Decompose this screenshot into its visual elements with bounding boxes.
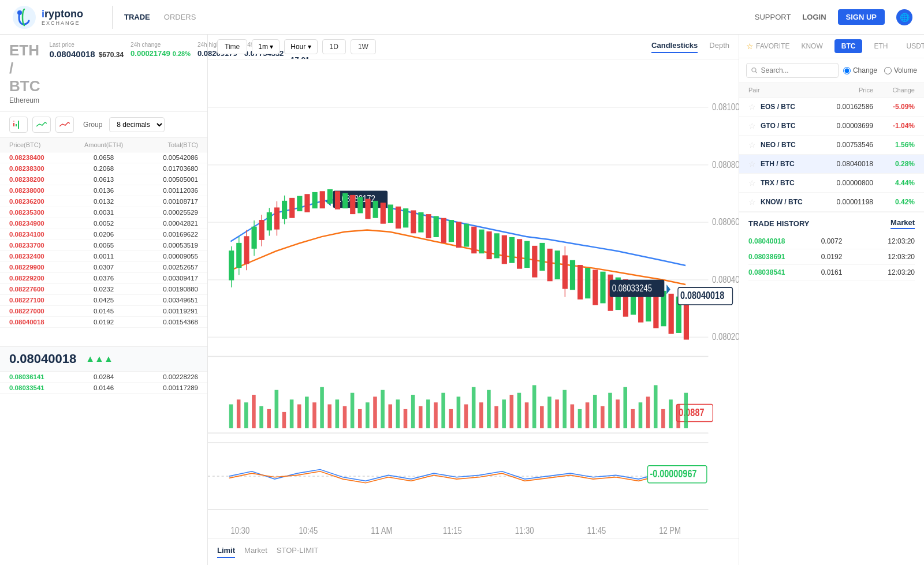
svg-rect-119 — [381, 390, 385, 428]
sell-orderbook: 0.082384000.06580.005420860.082383000.20… — [0, 152, 207, 346]
left-panel: ETH / BTC Ethereum Last price 0.08040018… — [0, 35, 208, 565]
favorite-btn[interactable]: ☆ FAVORITE — [746, 42, 789, 51]
tab-limit[interactable]: Limit — [217, 546, 235, 558]
favorite-star[interactable]: ☆ — [748, 197, 756, 207]
price-label-5: 0.08020000 — [712, 331, 739, 342]
table-row[interactable]: 0.080400180.01920.00154368 — [0, 317, 207, 328]
favorite-star[interactable]: ☆ — [748, 140, 756, 149]
table-row[interactable]: 0.082341000.02060.00169622 — [0, 229, 207, 240]
svg-rect-80 — [593, 270, 598, 305]
tab-market[interactable]: Market — [244, 546, 267, 558]
radio-change[interactable]: Change — [843, 66, 877, 74]
time-btn-time[interactable]: Time — [217, 39, 247, 54]
list-item[interactable]: ☆ TRX / BTC 0.00000800 4.44% — [739, 174, 924, 193]
tab-eth[interactable]: ETH — [867, 39, 895, 53]
trade-history-market-btn[interactable]: Market — [891, 218, 915, 229]
tab-candlesticks[interactable]: Candlesticks — [651, 41, 698, 53]
favorite-star[interactable]: ☆ — [748, 121, 756, 130]
table-row[interactable]: 0.082362000.01320.00108717 — [0, 196, 207, 207]
favorite-star[interactable]: ☆ — [748, 178, 756, 188]
table-row[interactable]: 0.080361410.02840.00228226 — [0, 372, 207, 383]
svg-rect-18 — [244, 237, 249, 263]
radio-volume[interactable]: Volume — [884, 66, 917, 74]
svg-rect-12 — [229, 251, 234, 280]
price-label-3: 0.08060000 — [712, 216, 739, 227]
last-price-usd: $670.34 — [99, 51, 124, 59]
svg-rect-121 — [396, 399, 400, 428]
table-row[interactable]: 0.082324000.00110.00009055 — [0, 251, 207, 262]
tab-usdt[interactable]: USDT — [899, 39, 924, 53]
svg-rect-102 — [252, 395, 256, 428]
svg-rect-74 — [562, 256, 567, 288]
search-row: Change Volume — [739, 58, 924, 83]
svg-rect-147 — [593, 395, 597, 428]
table-row[interactable]: 0.080335410.01460.00117289 — [0, 383, 207, 394]
search-input[interactable] — [761, 66, 833, 74]
nav-orders[interactable]: ORDERS — [164, 10, 196, 24]
table-row[interactable]: 0.082271000.04250.00349651 — [0, 295, 207, 306]
svg-rect-127 — [441, 393, 445, 428]
table-row[interactable]: 0.082353000.00310.00025529 — [0, 207, 207, 218]
favorite-star[interactable]: ☆ — [748, 102, 756, 111]
tab-btc[interactable]: BTC — [834, 39, 863, 53]
svg-rect-111 — [320, 387, 324, 428]
svg-rect-130 — [464, 405, 468, 429]
table-row[interactable]: 0.082384000.06580.00542086 — [0, 152, 207, 163]
svg-rect-77 — [571, 261, 575, 290]
table-row[interactable]: 0.082382000.06130.00505001 — [0, 174, 207, 185]
table-row[interactable]: 0.082276000.02320.00190880 — [0, 284, 207, 295]
list-item[interactable]: ☆ ETH / BTC 0.08040018 0.28% — [739, 155, 924, 174]
time-btn-1w[interactable]: 1W — [351, 39, 376, 54]
chart-bottom-tabs: Limit Market STOP-LIMIT — [208, 538, 739, 565]
svg-rect-35 — [282, 201, 287, 219]
svg-rect-39 — [297, 196, 302, 211]
trade-history-title: TRADE HISTORY — [748, 219, 809, 228]
svg-rect-42 — [320, 192, 325, 208]
logo[interactable]: iryptono EXCHANGE — [12, 5, 83, 30]
time-btn-1m[interactable]: 1m ▾ — [252, 39, 280, 54]
tab-stop-limit[interactable]: STOP-LIMIT — [277, 546, 319, 558]
group-select[interactable]: 8 decimals — [109, 117, 165, 132]
table-row[interactable]: 0.082292000.03760.00309417 — [0, 273, 207, 284]
tab-depth[interactable]: Depth — [709, 41, 729, 53]
svg-rect-106 — [282, 412, 286, 428]
language-btn[interactable]: 🌐 — [896, 9, 912, 25]
current-price-row: 0.08040018 ▲▲▲ — [0, 346, 207, 372]
svg-rect-62 — [472, 227, 476, 253]
login-btn[interactable]: LOGIN — [802, 13, 826, 21]
table-row[interactable]: 0.082270000.01450.00119291 — [0, 306, 207, 317]
svg-rect-100 — [237, 399, 241, 428]
favorite-star[interactable]: ☆ — [748, 159, 756, 169]
support-btn[interactable]: SUPPORT — [755, 13, 791, 21]
list-item[interactable]: ☆ GTO / BTC 0.00003699 -1.04% — [739, 117, 924, 136]
table-row[interactable]: 0.082349000.00520.00042821 — [0, 218, 207, 229]
time-label-7: 12 PM — [659, 525, 681, 536]
buy-orderbook: 0.080361410.02840.002282260.080335410.01… — [0, 372, 207, 566]
change-btc: 0.00021749 — [131, 49, 170, 58]
table-row[interactable]: 0.082380000.01360.00112036 — [0, 185, 207, 196]
pair-title: ETH / BTC — [9, 42, 40, 95]
svg-rect-79 — [586, 268, 590, 298]
chart-type-btn-2[interactable] — [32, 117, 51, 133]
chart-type-btn-1[interactable] — [9, 117, 28, 133]
chart-type-btn-3[interactable] — [55, 117, 74, 133]
nav-trade[interactable]: TRADE — [124, 10, 150, 24]
svg-rect-136 — [510, 395, 514, 428]
table-row[interactable]: 0.082383000.20680.01703680 — [0, 163, 207, 174]
list-item[interactable]: ☆ EOS / BTC 0.00162586 -5.09% — [739, 98, 924, 117]
candlestick-chart: 0.08100000 0.08080000 0.08060000 0.08040… — [208, 59, 739, 538]
svg-rect-101 — [244, 402, 248, 428]
time-btn-hour[interactable]: Hour ▾ — [284, 39, 317, 54]
table-row[interactable]: 0.082299000.03070.00252657 — [0, 262, 207, 273]
time-btn-1d[interactable]: 1D — [322, 39, 346, 54]
signup-btn[interactable]: SIGN UP — [838, 9, 885, 25]
tab-know[interactable]: KNOW — [794, 39, 829, 53]
svg-rect-58 — [441, 219, 446, 243]
list-item[interactable]: ☆ NEO / BTC 0.00753546 1.56% — [739, 136, 924, 155]
table-row[interactable]: 0.082337000.00650.00053519 — [0, 240, 207, 251]
svg-rect-139 — [532, 385, 536, 428]
svg-rect-145 — [578, 409, 582, 428]
svg-rect-63 — [479, 230, 484, 253]
trade-history: TRADE HISTORY Market 0.080400180.007212:… — [739, 212, 924, 284]
list-item[interactable]: ☆ KNOW / BTC 0.00001198 0.42% — [739, 193, 924, 212]
